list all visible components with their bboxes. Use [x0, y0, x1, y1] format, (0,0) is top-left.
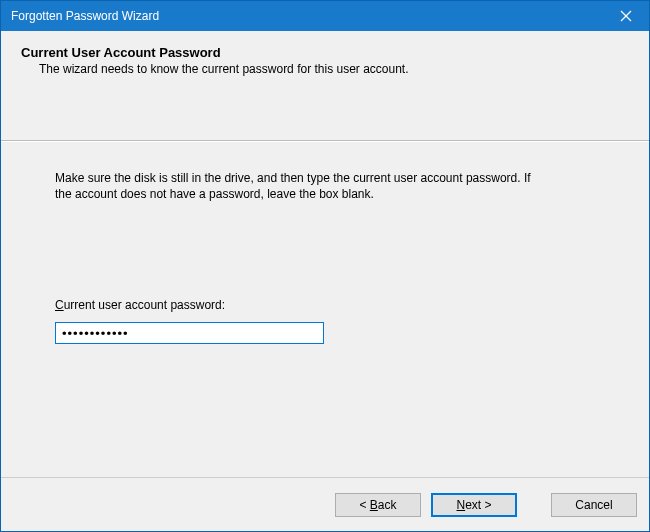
window-title: Forgotten Password Wizard [11, 9, 603, 23]
page-description: The wizard needs to know the current pas… [39, 62, 629, 76]
password-label: Current user account password: [55, 298, 595, 312]
page-title: Current User Account Password [21, 45, 629, 60]
password-label-mnemonic: C [55, 298, 64, 312]
back-button-pre: < [359, 498, 369, 512]
close-icon [620, 10, 632, 22]
back-button-post: ack [378, 498, 397, 512]
next-button[interactable]: Next > [431, 493, 517, 517]
next-button-mnemonic: N [456, 498, 465, 512]
content-panel: Make sure the disk is still in the drive… [1, 141, 649, 477]
next-button-post: ext > [465, 498, 491, 512]
password-label-post: urrent user account password: [64, 298, 225, 312]
cancel-button-label: Cancel [575, 498, 612, 512]
back-button[interactable]: < Back [335, 493, 421, 517]
instruction-text: Make sure the disk is still in the drive… [55, 170, 535, 202]
wizard-window: Forgotten Password Wizard Current User A… [0, 0, 650, 532]
titlebar: Forgotten Password Wizard [1, 1, 649, 31]
cancel-button[interactable]: Cancel [551, 493, 637, 517]
close-button[interactable] [603, 1, 649, 31]
header-panel: Current User Account Password The wizard… [1, 31, 649, 141]
footer-buttons: < Back Next > Cancel [1, 477, 649, 531]
back-button-mnemonic: B [370, 498, 378, 512]
password-field-block: Current user account password: [55, 298, 595, 344]
password-input[interactable] [55, 322, 324, 344]
